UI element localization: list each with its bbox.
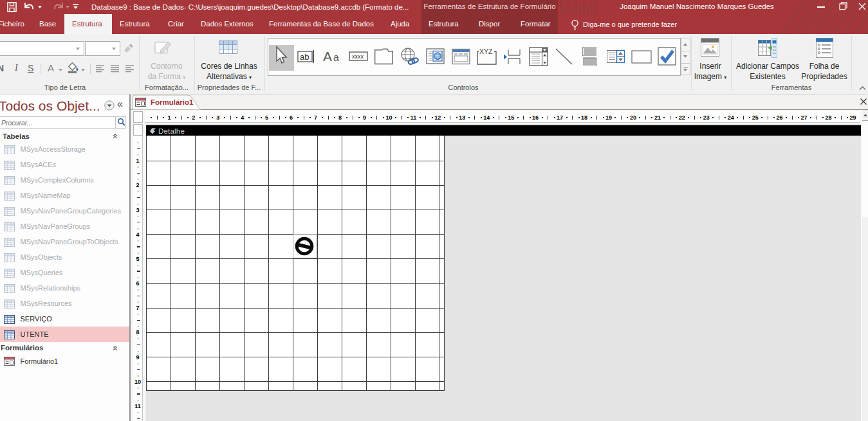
svg-text:A: A bbox=[323, 49, 332, 64]
svg-text:a: a bbox=[333, 52, 339, 63]
svg-text:xxxx: xxxx bbox=[352, 53, 364, 60]
svg-text:ab: ab bbox=[300, 52, 309, 62]
svg-text:XYZ: XYZ bbox=[479, 48, 493, 55]
